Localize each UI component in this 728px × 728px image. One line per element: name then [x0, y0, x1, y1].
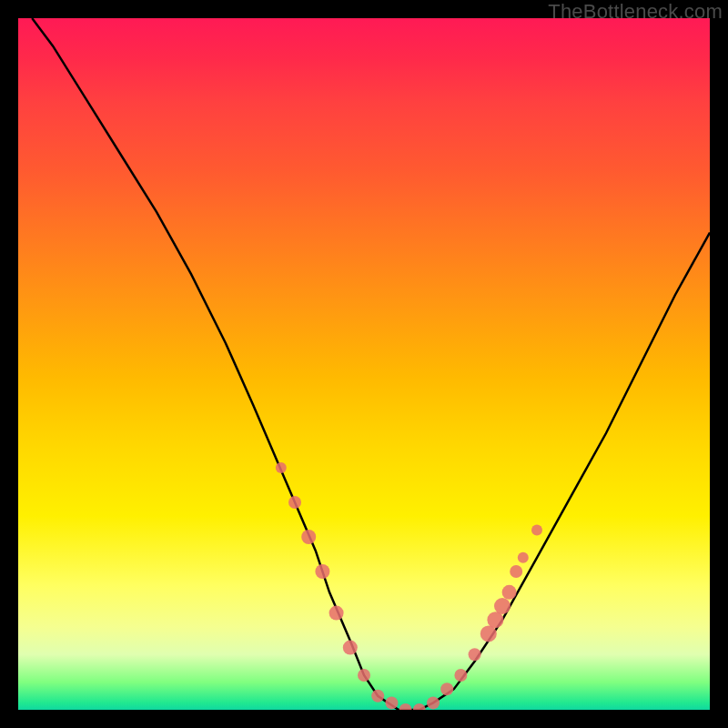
curve-marker	[301, 530, 316, 544]
curve-marker	[454, 669, 467, 682]
curve-marker	[329, 606, 344, 621]
watermark-text: TheBottleneck.com	[548, 0, 723, 24]
curve-marker	[399, 703, 412, 710]
curve-marker	[440, 682, 453, 695]
bottleneck-curve-svg	[18, 18, 710, 710]
curve-marker	[343, 641, 358, 655]
curve-marker	[518, 552, 529, 563]
curve-marker	[510, 565, 522, 578]
curve-marker	[288, 496, 301, 509]
curve-marker	[413, 703, 426, 710]
curve-marker	[502, 585, 517, 600]
curve-marker	[276, 462, 287, 473]
curve-marker	[385, 696, 398, 709]
curve-marker	[315, 564, 329, 579]
curve-marker	[371, 690, 384, 703]
curve-marker	[531, 524, 542, 535]
curve-marker	[358, 669, 370, 682]
curve-marker	[427, 696, 440, 709]
bottleneck-curve-path	[32, 18, 710, 710]
curve-marker	[494, 598, 511, 614]
curve-markers-group	[276, 462, 542, 710]
chart-plot-area	[18, 18, 710, 710]
curve-marker	[469, 648, 481, 661]
